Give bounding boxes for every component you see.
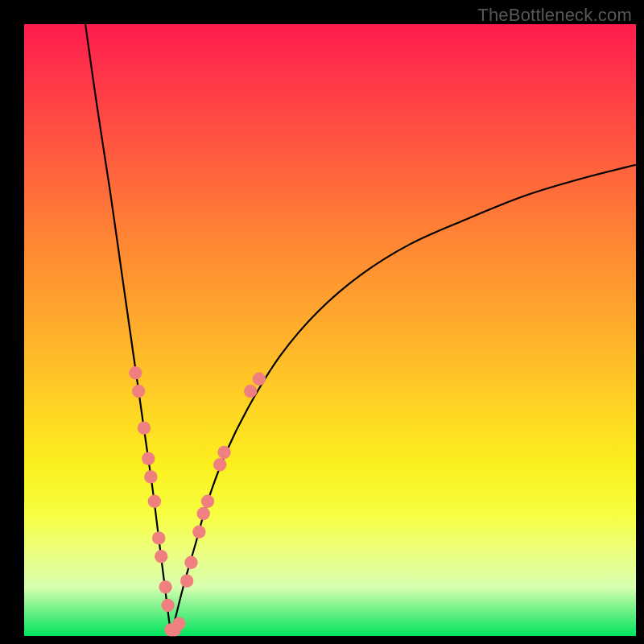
data-marker (201, 495, 214, 508)
curve-right-branch (171, 165, 636, 636)
data-marker (144, 470, 157, 483)
curve-layer (85, 24, 636, 636)
data-marker (172, 617, 185, 630)
data-marker (129, 366, 142, 379)
data-marker (161, 599, 174, 612)
marker-layer (129, 366, 266, 637)
data-marker (155, 550, 167, 563)
data-marker (196, 507, 209, 520)
data-marker (159, 580, 171, 593)
data-marker (138, 421, 151, 434)
plot-area (24, 24, 636, 636)
data-marker (148, 495, 161, 508)
data-marker (192, 526, 205, 539)
chart-frame: TheBottleneck.com (0, 0, 644, 644)
data-marker (217, 446, 230, 459)
bottleneck-curve (24, 24, 636, 636)
data-marker (180, 574, 193, 587)
data-marker (253, 373, 266, 386)
data-marker (152, 531, 165, 544)
data-marker (142, 452, 155, 464)
data-marker (132, 385, 145, 398)
data-marker (184, 556, 197, 569)
watermark-text: TheBottleneck.com (477, 5, 632, 26)
data-marker (244, 385, 257, 398)
data-marker (213, 458, 226, 471)
